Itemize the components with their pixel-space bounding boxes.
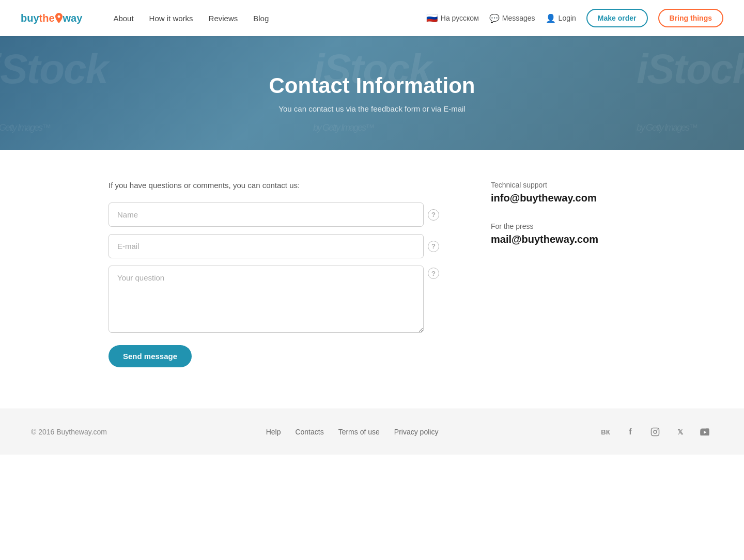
- hero-section: iStockby Getty Images™ iStockby Getty Im…: [0, 36, 744, 150]
- nav-reviews[interactable]: Reviews: [209, 14, 238, 23]
- nav-how-it-works[interactable]: How it works: [149, 14, 193, 23]
- hero-watermark-left: iStockby Getty Images™: [0, 45, 107, 141]
- svg-point-1: [654, 430, 657, 433]
- footer-socials: ВК f 𝕏: [597, 424, 713, 440]
- nav-blog[interactable]: Blog: [253, 14, 269, 23]
- name-field-row: ?: [109, 203, 439, 227]
- social-facebook-icon[interactable]: f: [622, 424, 639, 440]
- footer-copyright: © 2016 Buytheway.com: [31, 428, 107, 436]
- press-label: For the press: [491, 222, 636, 230]
- user-icon: 👤: [546, 13, 556, 23]
- login-button[interactable]: 👤 Login: [546, 13, 576, 23]
- email-field-row: ?: [109, 234, 439, 258]
- social-instagram-icon[interactable]: [647, 424, 663, 440]
- navbar: buy the way About How it works Reviews B…: [0, 0, 744, 36]
- social-twitter-icon[interactable]: 𝕏: [672, 424, 688, 440]
- hero-title: Contact Information: [269, 73, 475, 98]
- social-vk-icon[interactable]: ВК: [597, 424, 614, 440]
- tech-support-email: info@buytheway.com: [491, 192, 636, 204]
- tech-support-block: Technical support info@buytheway.com: [491, 181, 636, 204]
- footer-link-privacy[interactable]: Privacy policy: [394, 428, 439, 436]
- make-order-button[interactable]: Make order: [586, 9, 648, 27]
- svg-rect-0: [652, 428, 659, 436]
- footer-link-help[interactable]: Help: [266, 428, 281, 436]
- logo[interactable]: buy the way: [21, 12, 82, 24]
- flag-icon: 🇷🇺: [426, 12, 438, 24]
- language-switcher[interactable]: 🇷🇺 На русском: [426, 12, 479, 24]
- question-textarea[interactable]: [109, 266, 424, 333]
- send-message-button[interactable]: Send message: [109, 345, 192, 367]
- footer-link-terms[interactable]: Terms of use: [338, 428, 380, 436]
- chat-icon: 💬: [489, 13, 500, 23]
- logo-text: buy the way: [21, 12, 82, 24]
- hero-content: Contact Information You can contact us v…: [269, 73, 475, 113]
- tech-support-label: Technical support: [491, 181, 636, 189]
- bring-things-button[interactable]: Bring things: [658, 9, 723, 27]
- question-field-row: ?: [109, 266, 439, 333]
- messages-button[interactable]: 💬 Messages: [489, 13, 535, 23]
- press-block: For the press mail@buytheway.com: [491, 222, 636, 245]
- contact-info-section: Technical support info@buytheway.com For…: [491, 181, 636, 367]
- footer-links: Help Contacts Terms of use Privacy polic…: [266, 428, 439, 436]
- question-help-icon[interactable]: ?: [428, 268, 439, 279]
- nav-right: 🇷🇺 На русском 💬 Messages 👤 Login Make or…: [426, 9, 723, 27]
- svg-point-2: [657, 429, 658, 430]
- contact-form-section: If you have questions or comments, you c…: [109, 181, 439, 367]
- email-input[interactable]: [109, 234, 424, 258]
- main-content: If you have questions or comments, you c…: [88, 150, 656, 409]
- nav-links: About How it works Reviews Blog: [113, 14, 426, 23]
- form-intro: If you have questions or comments, you c…: [109, 181, 439, 190]
- social-youtube-icon[interactable]: [696, 424, 713, 440]
- hero-subtitle: You can contact us via the feedback form…: [269, 104, 475, 113]
- press-email: mail@buytheway.com: [491, 234, 636, 245]
- hero-watermark-right: iStockby Getty Images™: [637, 45, 744, 141]
- nav-about[interactable]: About: [113, 14, 133, 23]
- footer-link-contacts[interactable]: Contacts: [295, 428, 323, 436]
- lang-label: На русском: [441, 14, 479, 22]
- email-help-icon[interactable]: ?: [428, 241, 439, 252]
- logo-pin-icon: [55, 13, 63, 23]
- footer: © 2016 Buytheway.com Help Contacts Terms…: [0, 409, 744, 455]
- name-input[interactable]: [109, 203, 424, 227]
- name-help-icon[interactable]: ?: [428, 209, 439, 221]
